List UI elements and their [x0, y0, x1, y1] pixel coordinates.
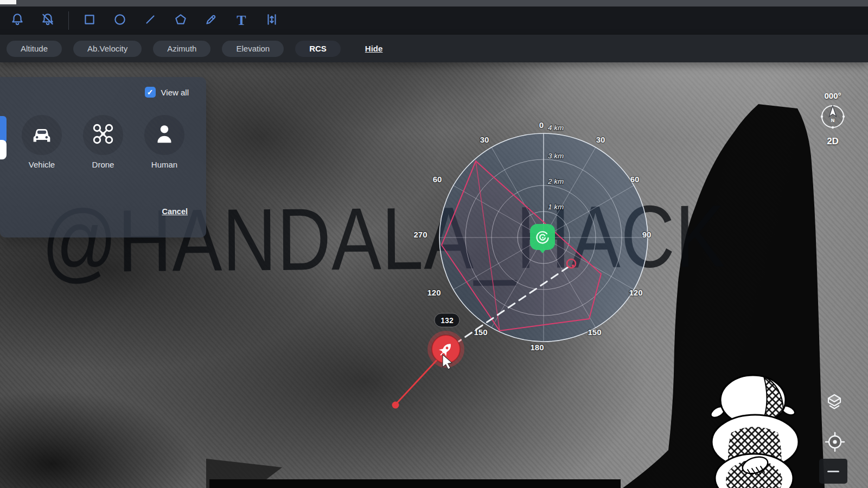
layers-cube-icon — [828, 395, 840, 409]
car-icon — [29, 121, 54, 149]
text-tool-icon: T — [237, 14, 246, 28]
view-all-checkbox[interactable] — [145, 87, 156, 98]
draw-polygon-button[interactable] — [165, 9, 196, 32]
bell-off-icon — [41, 12, 55, 29]
chip-rcs[interactable]: RCS — [295, 41, 341, 57]
zoom-out-button[interactable] — [819, 459, 847, 484]
human-icon-wrap — [144, 115, 184, 155]
hide-link[interactable]: Hide — [365, 44, 383, 53]
layers-3d-button[interactable] — [822, 391, 846, 415]
compass-widget[interactable]: 000° N 2D — [811, 91, 854, 147]
circle-icon — [113, 12, 127, 29]
measure-icon — [265, 12, 279, 29]
drone-icon-wrap — [83, 115, 123, 155]
svg-text:N: N — [831, 118, 835, 123]
measure-button[interactable] — [257, 9, 287, 32]
app-window: @HANDALA_HACK — [0, 0, 868, 488]
drone-icon — [91, 121, 116, 149]
crosshair-icon — [826, 433, 844, 451]
edge-cropped-marker-glyph — [0, 140, 7, 159]
filter-chips-bar: Altitude Ab.Velocity Azimuth Elevation R… — [0, 35, 868, 62]
category-vehicle[interactable]: Vehicle — [12, 115, 72, 169]
category-items: Vehicle Drone — [0, 115, 206, 169]
drawing-toolbar: T — [0, 7, 868, 35]
line-icon — [143, 12, 157, 29]
top-left-corner — [0, 0, 16, 4]
draw-pencil-button[interactable] — [196, 9, 226, 32]
draw-circle-button[interactable] — [105, 9, 135, 32]
toolbar-separator — [68, 11, 69, 30]
category-drone[interactable]: Drone — [73, 115, 133, 169]
vehicle-icon-wrap — [22, 115, 62, 155]
drone-label: Drone — [73, 160, 133, 169]
window-top-strip — [0, 0, 868, 7]
chip-azimuth[interactable]: Azimuth — [153, 41, 210, 57]
pencil-icon — [204, 12, 218, 29]
view-all-label: View all — [161, 88, 189, 97]
compass-heading: 000° — [811, 91, 854, 100]
chip-altitude[interactable]: Altitude — [7, 41, 62, 57]
rectangle-icon — [82, 12, 97, 29]
cancel-link[interactable]: Cancel — [162, 207, 188, 216]
vehicle-label: Vehicle — [12, 160, 72, 169]
draw-text-button[interactable]: T — [226, 9, 257, 32]
chip-elevation[interactable]: Elevation — [222, 41, 284, 57]
category-panel: View all Vehicle — [0, 77, 206, 237]
locate-button[interactable] — [824, 431, 846, 453]
compass-rose-icon[interactable]: N — [818, 101, 848, 132]
alerts-off-button[interactable] — [33, 9, 63, 32]
human-label: Human — [135, 160, 194, 169]
chip-ab-velocity[interactable]: Ab.Velocity — [73, 41, 142, 57]
view-all-toggle[interactable]: View all — [145, 87, 189, 98]
pentagon-icon — [174, 12, 188, 29]
category-human[interactable]: Human — [135, 115, 194, 169]
edge-cropped-marker[interactable] — [0, 116, 7, 143]
view-mode-label[interactable]: 2D — [811, 136, 854, 147]
draw-rectangle-button[interactable] — [74, 9, 105, 32]
bottom-letterbox-bar — [209, 479, 621, 488]
draw-line-button[interactable] — [135, 9, 165, 32]
bell-icon — [10, 12, 24, 29]
person-icon — [152, 121, 177, 149]
alerts-on-button[interactable] — [2, 9, 33, 32]
